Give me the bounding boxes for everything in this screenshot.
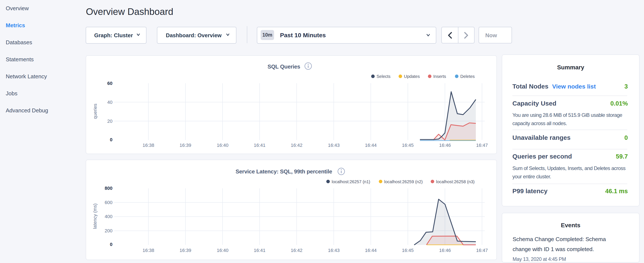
svg-text:16:41: 16:41 [254, 248, 265, 253]
svg-text:20: 20 [107, 119, 112, 124]
svg-text:16:45: 16:45 [402, 248, 414, 253]
svg-text:16:40: 16:40 [217, 248, 228, 253]
svg-text:0: 0 [110, 137, 112, 142]
svg-text:localhost:26258 (n3): localhost:26258 (n3) [436, 179, 474, 184]
svg-text:60: 60 [107, 81, 112, 86]
svg-text:16:39: 16:39 [180, 143, 191, 148]
svg-text:Service Latency: SQL, 99th per: Service Latency: SQL, 99th percentile [236, 168, 332, 175]
svg-text:Updates: Updates [404, 74, 420, 79]
svg-text:0: 0 [110, 242, 112, 247]
svg-text:16:42: 16:42 [291, 248, 302, 253]
svg-text:200: 200 [104, 228, 112, 233]
svg-text:16:46: 16:46 [439, 248, 451, 253]
svg-text:Deletes: Deletes [460, 74, 475, 79]
svg-text:16:47: 16:47 [476, 143, 488, 148]
svg-text:localhost:26259 (n2): localhost:26259 (n2) [384, 179, 423, 184]
svg-text:16:45: 16:45 [402, 143, 414, 148]
svg-text:16:43: 16:43 [328, 248, 340, 253]
svg-text:16:41: 16:41 [254, 143, 265, 148]
svg-text:16:44: 16:44 [365, 143, 376, 148]
svg-text:latency (ms): latency (ms) [92, 203, 98, 229]
svg-text:Selects: Selects [376, 74, 390, 79]
svg-text:SQL Queries: SQL Queries [268, 63, 300, 70]
svg-text:800: 800 [104, 185, 112, 191]
svg-text:16:46: 16:46 [439, 143, 451, 148]
svg-text:600: 600 [104, 200, 112, 205]
svg-text:16:44: 16:44 [365, 248, 376, 253]
svg-text:400: 400 [104, 214, 112, 219]
svg-text:16:40: 16:40 [217, 143, 228, 148]
svg-text:16:47: 16:47 [476, 248, 488, 253]
svg-text:16:43: 16:43 [328, 143, 340, 148]
svg-text:queries: queries [92, 104, 98, 119]
svg-text:16:38: 16:38 [142, 143, 154, 148]
svg-text:16:39: 16:39 [180, 248, 191, 253]
svg-text:16:38: 16:38 [142, 248, 154, 253]
svg-text:40: 40 [107, 100, 112, 105]
svg-text:localhost:26257 (n1): localhost:26257 (n1) [332, 179, 370, 184]
svg-text:16:42: 16:42 [291, 143, 302, 148]
svg-text:Inserts: Inserts [433, 74, 446, 79]
